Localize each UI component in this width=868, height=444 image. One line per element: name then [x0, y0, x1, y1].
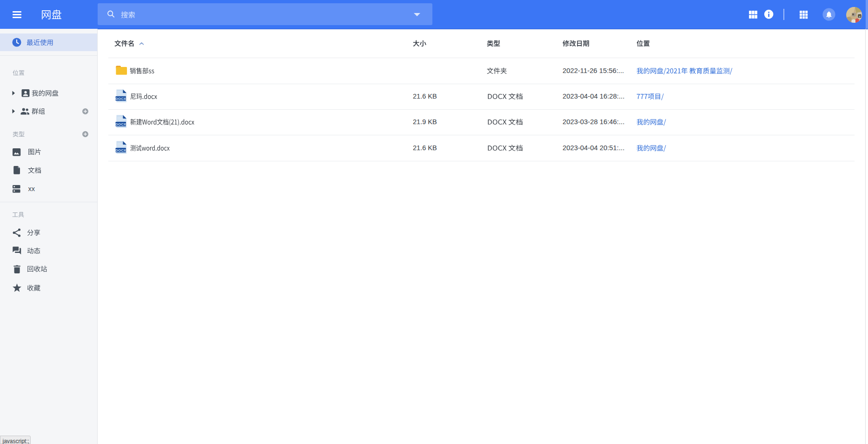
svg-text:DOCX: DOCX	[115, 96, 126, 100]
svg-text:DOCX: DOCX	[115, 148, 126, 152]
svg-text:DOCX: DOCX	[115, 122, 126, 126]
